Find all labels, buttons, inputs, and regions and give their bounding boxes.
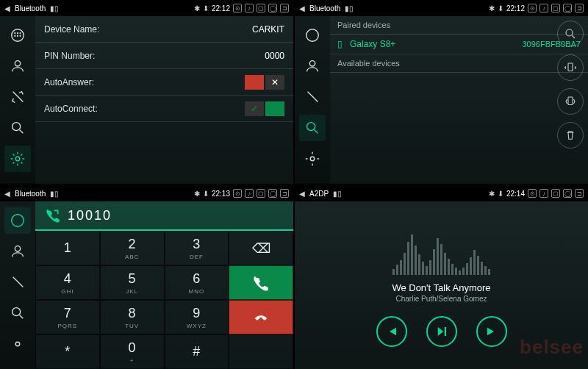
camera-icon[interactable]: ⊙ xyxy=(233,189,242,198)
camera-icon[interactable]: ⊙ xyxy=(528,189,537,198)
home-icon[interactable]: ◯ xyxy=(268,4,277,12)
sidebar-contacts[interactable] xyxy=(4,238,31,265)
sidebar-dial[interactable] xyxy=(4,207,31,234)
sidebar-dial[interactable] xyxy=(4,22,31,49)
window-icon[interactable]: ▢ xyxy=(551,4,560,12)
volume-icon[interactable]: ♪ xyxy=(539,4,548,12)
phone-out-icon xyxy=(46,208,60,223)
volume-icon[interactable]: ♪ xyxy=(245,4,254,12)
visualizer xyxy=(339,231,544,275)
sidebar-contacts[interactable] xyxy=(299,53,326,79)
prev-button[interactable] xyxy=(376,316,407,347)
key-empty xyxy=(229,334,293,369)
refresh-button[interactable] xyxy=(557,21,584,47)
sidebar-search[interactable] xyxy=(4,115,31,141)
svg-rect-15 xyxy=(568,63,573,71)
key-*[interactable]: * xyxy=(35,334,100,369)
svg-point-8 xyxy=(12,123,21,131)
sidebar-history[interactable] xyxy=(4,269,31,295)
key-9[interactable]: 9WXYZ xyxy=(165,300,229,334)
clock: 22:12 xyxy=(506,4,525,12)
back-icon[interactable]: ◀ xyxy=(299,190,305,198)
key-6[interactable]: 6MNO xyxy=(165,265,229,300)
recents-icon[interactable]: ⊐ xyxy=(280,4,289,12)
delete-button[interactable] xyxy=(557,122,584,148)
dial-display: 10010 xyxy=(35,201,293,231)
recents-icon[interactable]: ⊐ xyxy=(575,4,584,12)
row-pin[interactable]: PIN Number: 0000 xyxy=(35,43,293,69)
sidebar-history[interactable] xyxy=(299,84,326,110)
connect-button[interactable] xyxy=(557,88,584,115)
usb-icon: ▮▯ xyxy=(345,4,354,12)
window-icon[interactable]: ▢ xyxy=(551,189,560,198)
home-icon[interactable]: ◯ xyxy=(268,189,277,198)
svg-point-20 xyxy=(15,342,20,346)
sidebar-search[interactable] xyxy=(299,115,326,141)
song-title: We Don't Talk Anymore xyxy=(392,282,490,293)
sidebar xyxy=(0,16,35,184)
recents-icon[interactable]: ⊐ xyxy=(280,189,289,198)
window-icon[interactable]: ▢ xyxy=(257,4,265,12)
next-button[interactable] xyxy=(476,316,507,347)
key-0[interactable]: 0+ xyxy=(100,334,165,369)
sidebar-contacts[interactable] xyxy=(4,53,31,79)
app-title: Bluetooth xyxy=(309,4,340,12)
autoconnect-toggle[interactable]: ✓ xyxy=(245,101,284,116)
key-#[interactable]: # xyxy=(165,334,229,369)
camera-icon[interactable]: ⊙ xyxy=(233,4,242,12)
key-hang[interactable] xyxy=(229,300,293,334)
row-autoanswer[interactable]: AutoAnswer: ✕ xyxy=(35,69,293,96)
svg-rect-16 xyxy=(568,97,573,105)
device-row[interactable]: ▯ Galaxy S8+ 3096FBFB0BA7 xyxy=(330,35,588,54)
sidebar xyxy=(0,201,35,369)
available-header: Available devices xyxy=(330,54,588,73)
camera-icon[interactable]: ⊙ xyxy=(528,4,537,12)
key-8[interactable]: 8TUV xyxy=(100,300,165,334)
key-4[interactable]: 4GHI xyxy=(35,265,100,300)
sidebar-settings[interactable] xyxy=(4,146,31,172)
key-3[interactable]: 3DEF xyxy=(165,231,229,265)
home-icon[interactable]: ◯ xyxy=(563,189,572,198)
row-device-name[interactable]: Device Name: CARKIT xyxy=(35,16,293,43)
pin-label: PIN Number: xyxy=(44,51,265,61)
sidebar-settings[interactable] xyxy=(299,146,326,172)
play-pause-button[interactable] xyxy=(426,316,457,347)
back-icon[interactable]: ◀ xyxy=(299,4,305,12)
status-bar: ◀ A2DP ▮▯ ✱ ⬇ 22:14 ⊙ ♪ ▢ ◯ ⊐ xyxy=(295,185,588,201)
usb-icon: ▮▯ xyxy=(50,190,59,198)
disconnect-button[interactable] xyxy=(557,54,584,81)
pane-devices: ◀ Bluetooth ▮▯ ✱ ⬇ 22:12 ⊙ ♪ ▢ ◯ ⊐ Paire… xyxy=(295,0,588,184)
app-title: A2DP xyxy=(309,190,329,198)
autoconnect-label: AutoConnect: xyxy=(44,104,245,114)
window-icon[interactable]: ▢ xyxy=(257,189,265,198)
back-icon[interactable]: ◀ xyxy=(4,190,10,198)
row-autoconnect[interactable]: AutoConnect: ✓ xyxy=(35,96,293,122)
devices-content: Paired devices ▯ Galaxy S8+ 3096FBFB0BA7… xyxy=(330,16,588,184)
sidebar-settings[interactable] xyxy=(4,331,31,357)
autoanswer-toggle[interactable]: ✕ xyxy=(245,75,284,90)
recents-icon[interactable]: ⊐ xyxy=(575,189,584,198)
svg-point-17 xyxy=(12,215,24,227)
key-7[interactable]: 7PQRS xyxy=(35,300,100,334)
clock: 22:13 xyxy=(212,190,230,198)
key-2[interactable]: 2ABC xyxy=(100,231,165,265)
pane-music: ◀ A2DP ▮▯ ✱ ⬇ 22:14 ⊙ ♪ ▢ ◯ ⊐ We Don't T… xyxy=(295,185,588,369)
paired-header: Paired devices xyxy=(330,16,588,35)
home-icon[interactable]: ◯ xyxy=(563,4,572,12)
key-5[interactable]: 5JKL xyxy=(100,265,165,300)
bt-icon: ✱ xyxy=(489,190,495,198)
sidebar-history[interactable] xyxy=(4,84,31,110)
dialed-number: 10010 xyxy=(68,208,112,223)
volume-icon[interactable]: ♪ xyxy=(539,189,548,198)
sidebar-dial[interactable] xyxy=(299,22,326,49)
phone-icon: ▯ xyxy=(337,39,343,49)
watermark: belsee xyxy=(520,336,584,359)
volume-icon[interactable]: ♪ xyxy=(245,189,254,198)
key-back[interactable]: ⌫ xyxy=(229,231,293,265)
key-call[interactable] xyxy=(229,265,293,300)
toggle-check-icon: ✓ xyxy=(245,101,264,116)
sidebar-search[interactable] xyxy=(4,300,31,326)
back-icon[interactable]: ◀ xyxy=(4,4,10,12)
key-1[interactable]: 1 xyxy=(35,231,100,265)
svg-point-6 xyxy=(20,35,21,36)
